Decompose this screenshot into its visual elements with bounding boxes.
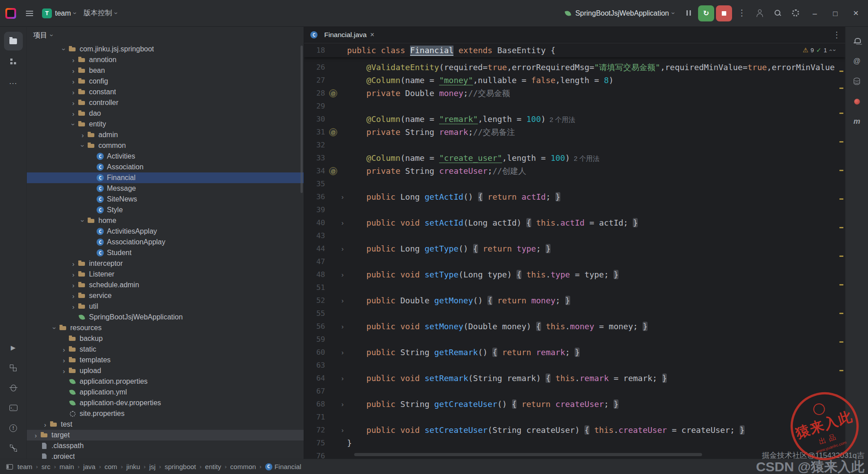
tree-chevron-icon[interactable]: › [69,67,78,75]
breadcrumb-item-Financial[interactable]: CFinancial [265,463,301,470]
code-with-me-icon[interactable] [752,5,768,21]
problems-icon[interactable]: ! [4,419,23,437]
tree-item-application.yml[interactable]: application.yml [27,387,304,398]
warning-stripe-mark[interactable] [839,284,843,285]
horizontal-scrollbar[interactable] [354,453,702,456]
tree-chevron-icon[interactable]: › [69,110,78,117]
tree-item-dao[interactable]: ›dao [27,108,304,119]
tree-item-entity[interactable]: ›entity [27,119,304,130]
inspections-widget[interactable]: ⚠ 9 ✓ 1 › › [800,46,838,55]
editor-tabs-options-icon[interactable]: ⋮ [833,30,841,40]
database-icon[interactable] [847,72,866,91]
tree-item-target[interactable]: ›target [27,430,304,440]
tree-item-.project[interactable]: .project [27,451,304,459]
minimize-icon[interactable]: – [804,4,825,23]
tree-chevron-icon[interactable]: › [69,260,78,268]
tree-item-application.properties[interactable]: application.properties [27,376,304,387]
tree-chevron-icon[interactable]: › [69,78,78,85]
fold-arrow-icon[interactable]: › [338,323,347,330]
tree-item-util[interactable]: ›util [27,301,304,312]
tree-item-bean[interactable]: ›bean [27,65,304,76]
warning-stripe-mark[interactable] [839,71,843,72]
tree-item-controller[interactable]: ›controller [27,97,304,108]
tree-item-config[interactable]: ›config [27,76,304,87]
more-icon[interactable]: … [4,72,23,91]
stop-icon[interactable] [716,5,732,21]
notifications-icon[interactable] [847,32,866,50]
tree-item-resources[interactable]: ›resources [27,323,304,333]
tool-window-toggle-icon[interactable] [6,464,13,470]
tree-chevron-icon[interactable]: › [79,216,87,225]
search-icon[interactable] [770,5,786,21]
warning-stripe-mark[interactable] [839,227,843,228]
breadcrumb-item-team[interactable]: team [17,463,32,470]
tree-item-backup[interactable]: backup [27,333,304,344]
annotation-gutter-icon[interactable]: @ [329,128,337,136]
tree-item-test[interactable]: ›test [27,419,304,430]
tree-item-templates[interactable]: ›templates [27,355,304,365]
fold-arrow-icon[interactable]: › [338,271,347,278]
terminal-icon[interactable]: ›_ [4,398,23,417]
vcs-widget[interactable]: 版本控制 › [80,7,121,20]
breadcrumb-item-com[interactable]: com [105,463,117,470]
run-config-widget[interactable]: SpringBootJsjWebApplication › [564,9,675,17]
fold-arrow-icon[interactable]: › [338,245,347,252]
tree-chevron-icon[interactable]: › [70,120,77,129]
maven-icon[interactable]: m [847,112,866,131]
fold-arrow-icon[interactable]: › [338,374,347,382]
tree-chevron-icon[interactable]: › [79,141,87,150]
tree-item-Association[interactable]: CAssociation [27,162,304,172]
tab-close-icon[interactable]: × [370,31,374,39]
tab-financial-java[interactable]: C Financial.java × [304,27,381,43]
tree-item-Student[interactable]: CStudent [27,247,304,258]
tree-chevron-icon[interactable]: › [69,281,78,289]
tree-item-interceptor[interactable]: ›interceptor [27,258,304,269]
warning-stripe-mark[interactable] [839,313,843,314]
tree-item-SiteNews[interactable]: CSiteNews [27,194,304,205]
more-vertical-icon[interactable]: ⋮ [734,5,750,21]
project-widget[interactable]: T team › [38,7,80,20]
tree-item-Listener[interactable]: ›Listener [27,269,304,280]
version-control-icon[interactable] [4,439,23,457]
run-icon[interactable]: ▶ [4,338,23,357]
tree-chevron-icon[interactable]: › [69,88,78,96]
tree-item-schedule.admin[interactable]: ›schedule.admin [27,280,304,290]
tree-item-Financial[interactable]: CFinancial [27,172,304,183]
tree-item-Message[interactable]: CMessage [27,183,304,194]
tree-item-com.jinku.jsj.springboot[interactable]: ›com.jinku.jsj.springboot [27,44,304,55]
settings-icon[interactable] [788,5,804,21]
tree-chevron-icon[interactable]: › [69,99,78,107]
fold-arrow-icon[interactable]: › [338,193,347,201]
main-menu-icon[interactable] [21,5,38,21]
tree-item-.classpath[interactable]: .classpath [27,440,304,451]
breadcrumb-item-entity[interactable]: entity [205,463,221,470]
tree-item-annotion[interactable]: ›annotion [27,55,304,65]
tree-chevron-icon[interactable]: › [41,421,50,428]
warning-stripe-mark[interactable] [839,113,843,114]
tree-item-SpringBootJsjWebApplication[interactable]: SpringBootJsjWebApplication [27,312,304,323]
project-panel-header[interactable]: 项目 › [27,27,304,44]
breadcrumb-item-jinku[interactable]: jinku [126,463,140,470]
tree-chevron-icon[interactable]: › [59,346,68,353]
pause-icon[interactable] [680,5,696,21]
tree-item-service[interactable]: ›service [27,290,304,301]
breadcrumb-item-java[interactable]: java [83,463,96,470]
warning-stripe-mark[interactable] [839,88,843,89]
annotation-gutter-icon[interactable]: @ [329,167,337,175]
tree-item-AssociationApplay[interactable]: CAssociationApplay [27,237,304,247]
tree-chevron-icon[interactable]: › [59,357,68,364]
tree-item-ActivitiesApplay[interactable]: CActivitiesApplay [27,226,304,237]
tree-item-constant[interactable]: ›constant [27,87,304,97]
breadcrumb-item-common[interactable]: common [230,463,256,470]
code-lines[interactable]: 26 @ValidateEntity(required=true,errorRe… [304,57,845,459]
warning-stripe-mark[interactable] [839,198,843,200]
tree-chevron-icon[interactable]: › [59,367,68,375]
warning-stripe-mark[interactable] [839,256,843,257]
ai-assistant-icon[interactable]: @ [847,52,866,71]
fold-arrow-icon[interactable]: › [338,400,347,408]
services-icon[interactable] [4,358,23,377]
tree-item-home[interactable]: ›home [27,215,304,226]
breadcrumb-item-springboot[interactable]: springboot [165,463,196,470]
tree-item-static[interactable]: ›static [27,344,304,355]
close-icon[interactable]: × [846,4,866,22]
